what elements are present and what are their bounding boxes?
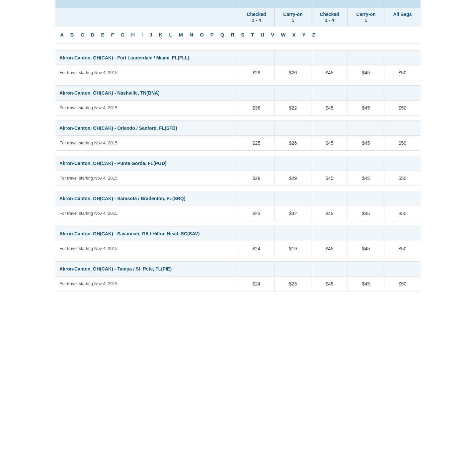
route-header-empty-2 <box>275 121 311 135</box>
price-airport: $50 <box>384 241 421 256</box>
alpha-N[interactable]: N <box>187 31 196 39</box>
price-carryon-booking: $26 <box>275 65 311 80</box>
header-pre-departure <box>311 0 384 8</box>
route-header-empty-4 <box>348 191 384 206</box>
alpha-Y[interactable]: Y <box>299 31 308 39</box>
route-header-empty-5 <box>384 226 421 241</box>
price-carryon-predep: $45 <box>348 206 384 221</box>
route-spacer <box>55 116 421 121</box>
travel-start: For travel starting Nov 4, 2015 <box>55 101 238 115</box>
alpha-V[interactable]: V <box>268 31 277 39</box>
header-left-spacer <box>55 0 238 8</box>
route-header-empty-3 <box>311 191 348 206</box>
route-header-empty-3 <box>311 121 348 135</box>
route-data-row: For travel starting Nov 4, 2015 $28 $26 … <box>55 65 421 80</box>
alpha-L[interactable]: L <box>166 31 175 39</box>
alpha-T[interactable]: T <box>248 31 257 39</box>
price-checked-predep: $45 <box>311 65 348 80</box>
route-header-empty-3 <box>311 226 348 241</box>
header-row-groups <box>55 0 421 8</box>
route-header-empty-1 <box>238 191 275 206</box>
alpha-G[interactable]: G <box>118 31 127 39</box>
route-header-empty-3 <box>311 86 348 100</box>
price-checked-booking: $24 <box>238 241 275 256</box>
route-header-empty-2 <box>275 262 311 276</box>
route-header-empty-2 <box>275 191 311 206</box>
route-name: Akron-Canton, OH(CAK) - Tampa / St. Pete… <box>55 262 238 276</box>
alpha-Q[interactable]: Q <box>218 31 227 39</box>
alpha-R[interactable]: R <box>228 31 237 39</box>
price-carryon-booking: $23 <box>275 276 311 291</box>
price-carryon-predep: $45 <box>348 241 384 256</box>
route-header-empty-3 <box>311 50 348 65</box>
price-carryon-predep: $45 <box>348 276 384 291</box>
route-header-row: Akron-Canton, OH(CAK) - Savannah, GA / H… <box>55 226 421 241</box>
alpha-E[interactable]: E <box>98 31 107 39</box>
alpha-X[interactable]: X <box>289 31 298 39</box>
route-header-empty-2 <box>275 86 311 100</box>
alpha-Z[interactable]: Z <box>309 31 318 39</box>
header-all-bags: All Bags <box>384 8 421 27</box>
route-header-empty-4 <box>348 121 384 135</box>
route-header-row: Akron-Canton, OH(CAK) - Nashville, TN(BN… <box>55 86 421 101</box>
route-header-row: Akron-Canton, OH(CAK) - Fort Lauderdale … <box>55 50 421 65</box>
route-spacer <box>55 256 421 262</box>
price-checked-predep: $45 <box>311 276 348 291</box>
alpha-F[interactable]: F <box>108 31 117 39</box>
routes-section: Akron-Canton, OH(CAK) - Fort Lauderdale … <box>55 50 421 291</box>
route-name: Akron-Canton, OH(CAK) - Punta Gorda, FL(… <box>55 156 238 171</box>
alpha-M[interactable]: M <box>176 31 186 39</box>
price-carryon-booking: $29 <box>275 171 311 186</box>
alpha-I[interactable]: I <box>139 31 145 39</box>
alpha-D[interactable]: D <box>88 31 97 39</box>
price-airport: $50 <box>384 206 421 221</box>
route-header-empty-4 <box>348 226 384 241</box>
price-checked-booking: $24 <box>238 276 275 291</box>
price-airport: $50 <box>384 136 421 150</box>
price-carryon-predep: $45 <box>348 136 384 150</box>
route-header-empty-1 <box>238 121 275 135</box>
alpha-P[interactable]: P <box>208 31 216 39</box>
alpha-O[interactable]: O <box>197 31 206 39</box>
route-header-empty-4 <box>348 156 384 171</box>
route-data-row: For travel starting Nov 4, 2015 $38 $22 … <box>55 101 421 116</box>
price-checked-predep: $45 <box>311 101 348 115</box>
route-data-row: For travel starting Nov 4, 2015 $24 $23 … <box>55 276 421 291</box>
route-header-empty-1 <box>238 226 275 241</box>
price-carryon-booking: $19 <box>275 241 311 256</box>
route-header-empty-3 <box>311 156 348 171</box>
route-spacer <box>55 186 421 191</box>
price-airport: $50 <box>384 65 421 80</box>
route-header-row: Akron-Canton, OH(CAK) - Tampa / St. Pete… <box>55 262 421 276</box>
alpha-A[interactable]: A <box>57 31 66 39</box>
price-checked-booking: $23 <box>238 206 275 221</box>
route-name: Akron-Canton, OH(CAK) - Sarasota / Brade… <box>55 191 238 206</box>
route-header-row: Akron-Canton, OH(CAK) - Orlando / Sanfor… <box>55 121 421 136</box>
alpha-U[interactable]: U <box>258 31 267 39</box>
route-header-empty-5 <box>384 191 421 206</box>
route-header-empty-5 <box>384 121 421 135</box>
header-row-columns: Checked1 - 4 Carry-on1 Checked1 - 4 Carr… <box>55 8 421 27</box>
route-spacer <box>55 151 421 156</box>
route-header-row: Akron-Canton, OH(CAK) - Sarasota / Brade… <box>55 191 421 206</box>
alpha-K[interactable]: K <box>156 31 165 39</box>
route-header-empty-1 <box>238 86 275 100</box>
travel-start: For travel starting Nov 4, 2015 <box>55 65 238 80</box>
route-name: Akron-Canton, OH(CAK) - Orlando / Sanfor… <box>55 121 238 135</box>
route-name: Akron-Canton, OH(CAK) - Fort Lauderdale … <box>55 50 238 65</box>
price-carryon-booking: $26 <box>275 136 311 150</box>
route-header-empty-1 <box>238 262 275 276</box>
route-header-empty-4 <box>348 86 384 100</box>
alphabet-nav: A B C D E F G H I J K L M N O P Q R S T … <box>55 27 421 43</box>
alpha-J[interactable]: J <box>147 31 155 39</box>
route-header-empty-3 <box>311 262 348 276</box>
alpha-S[interactable]: S <box>238 31 247 39</box>
route-header-empty-5 <box>384 156 421 171</box>
price-airport: $50 <box>384 171 421 186</box>
route-header-empty-5 <box>384 262 421 276</box>
alpha-B[interactable]: B <box>68 31 77 39</box>
alpha-H[interactable]: H <box>128 31 137 39</box>
alpha-W[interactable]: W <box>278 31 288 39</box>
alpha-C[interactable]: C <box>78 31 87 39</box>
route-header-empty-1 <box>238 50 275 65</box>
